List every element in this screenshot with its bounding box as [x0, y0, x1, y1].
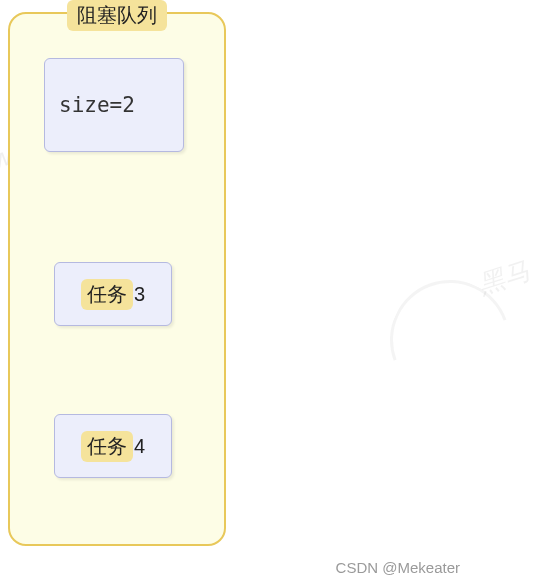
- size-text: size=2: [59, 93, 135, 117]
- container-title: 阻塞队列: [67, 0, 167, 31]
- task-number: 4: [134, 435, 145, 458]
- task-box-3: 任务 3: [54, 262, 172, 326]
- blocking-queue-container: 阻塞队列 size=2 任务 3 任务 4: [8, 12, 226, 546]
- bg-watermark-right: 黑马: [474, 253, 534, 302]
- size-box: size=2: [44, 58, 184, 152]
- bg-watermark-circle: [370, 260, 529, 419]
- task-number: 3: [134, 283, 145, 306]
- task-label: 任务: [81, 431, 133, 462]
- task-box-4: 任务 4: [54, 414, 172, 478]
- task-label: 任务: [81, 279, 133, 310]
- footer-watermark: CSDN @Mekeater: [336, 559, 460, 576]
